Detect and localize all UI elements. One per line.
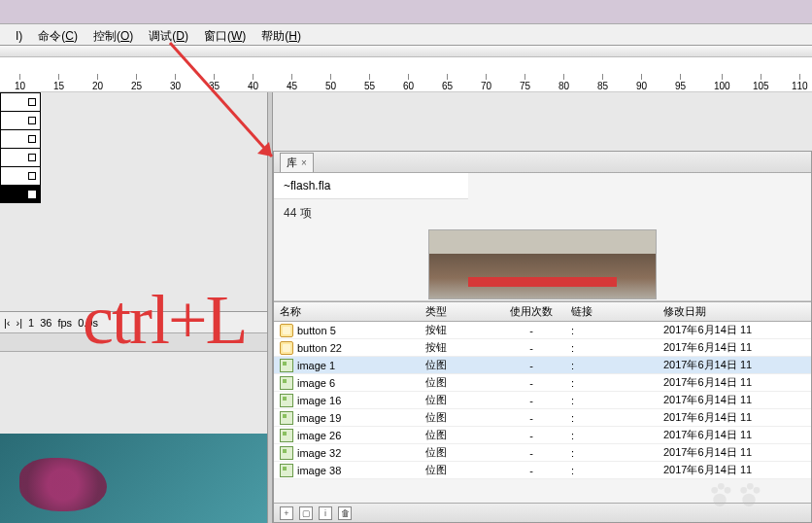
ruler-tick: 35 bbox=[209, 74, 220, 91]
item-name: button 5 bbox=[297, 325, 336, 336]
ruler-tick: 60 bbox=[403, 74, 414, 91]
item-name: image 38 bbox=[297, 465, 341, 476]
item-link: : bbox=[565, 393, 658, 408]
item-link: : bbox=[565, 463, 658, 478]
ruler-tick: 80 bbox=[558, 74, 569, 91]
item-type: 按钮 bbox=[420, 321, 497, 339]
library-table: 名称 类型 使用次数 链接 修改日期 button 5按钮-:2017年6月14… bbox=[274, 301, 811, 479]
ruler-tick: 90 bbox=[636, 74, 647, 91]
layer-column bbox=[0, 92, 41, 203]
item-date: 2017年6月14日 11 bbox=[658, 373, 811, 392]
item-use: - bbox=[497, 393, 565, 408]
item-type: 位图 bbox=[420, 391, 497, 409]
properties-icon[interactable]: i bbox=[319, 506, 332, 520]
ruler-tick: 30 bbox=[170, 74, 181, 91]
timeline-status-bar: |‹ ›| 1 36 fps 0.0s bbox=[0, 311, 267, 332]
library-tab[interactable]: 库 × bbox=[280, 153, 314, 172]
item-name: image 26 bbox=[297, 430, 341, 441]
menu-bar[interactable]: I)命令(C)控制(O)调试(D)窗口(W)帮助(H) bbox=[0, 24, 812, 46]
item-date: 2017年6月14日 11 bbox=[658, 321, 811, 339]
layer-row[interactable] bbox=[0, 166, 41, 185]
bitmap-icon bbox=[280, 464, 293, 477]
library-preview bbox=[274, 227, 811, 301]
item-type: 按钮 bbox=[420, 338, 497, 357]
button-icon bbox=[280, 341, 293, 355]
layer-row[interactable] bbox=[0, 129, 41, 148]
ruler-tick: 65 bbox=[442, 74, 453, 91]
menu-item[interactable]: 帮助(H) bbox=[254, 24, 309, 49]
col-use-header[interactable]: 使用次数 bbox=[497, 302, 565, 321]
layer-row[interactable] bbox=[0, 148, 41, 166]
close-icon[interactable]: × bbox=[301, 157, 307, 168]
ruler-tick: 50 bbox=[325, 74, 336, 91]
library-panel: 库 × ~flash.fla 44 项 名称 类型 使用次数 链接 修改日期 b… bbox=[273, 151, 812, 523]
layer-row[interactable] bbox=[0, 111, 41, 129]
item-use: - bbox=[497, 428, 565, 443]
item-name: image 6 bbox=[297, 377, 335, 389]
item-name: image 16 bbox=[297, 395, 341, 406]
new-symbol-icon[interactable]: + bbox=[280, 506, 293, 520]
table-row[interactable]: image 32位图-:2017年6月14日 11 bbox=[274, 444, 811, 462]
bitmap-icon bbox=[280, 411, 293, 425]
timeline-ruler[interactable]: 1015202530354045505560657075808590951001… bbox=[0, 57, 812, 92]
item-link: : bbox=[565, 340, 658, 356]
table-row[interactable]: image 16位图-:2017年6月14日 11 bbox=[274, 392, 811, 409]
col-date-header[interactable]: 修改日期 bbox=[658, 302, 811, 321]
item-type: 位图 bbox=[420, 356, 497, 374]
ruler-tick: 95 bbox=[675, 74, 686, 91]
item-use: - bbox=[497, 323, 565, 338]
new-folder-icon[interactable]: ▢ bbox=[299, 506, 313, 520]
item-link: : bbox=[565, 428, 658, 443]
table-row[interactable]: image 26位图-:2017年6月14日 11 bbox=[274, 427, 811, 444]
item-use: - bbox=[497, 463, 565, 478]
item-type: 位图 bbox=[420, 408, 497, 427]
preview-thumbnail bbox=[428, 229, 657, 299]
ruler-tick: 20 bbox=[92, 74, 103, 91]
item-use: - bbox=[497, 445, 565, 461]
go-end-icon[interactable]: ›| bbox=[17, 317, 23, 329]
menu-item[interactable]: 窗口(W) bbox=[196, 24, 254, 49]
item-use: - bbox=[497, 340, 565, 356]
ruler-tick: 55 bbox=[364, 74, 375, 91]
panel-drag-bar[interactable] bbox=[0, 332, 267, 352]
item-use: - bbox=[497, 358, 565, 373]
menu-item[interactable]: I) bbox=[8, 25, 30, 47]
table-row[interactable]: image 6位图-:2017年6月14日 11 bbox=[274, 374, 811, 392]
table-row[interactable]: button 22按钮-:2017年6月14日 11 bbox=[274, 339, 811, 357]
current-frame: 1 bbox=[28, 317, 34, 329]
layer-row-selected[interactable] bbox=[0, 185, 41, 203]
col-type-header[interactable]: 类型 bbox=[420, 302, 497, 321]
table-header[interactable]: 名称 类型 使用次数 链接 修改日期 bbox=[274, 302, 811, 322]
go-start-icon[interactable]: |‹ bbox=[4, 317, 11, 329]
item-type: 位图 bbox=[420, 426, 497, 444]
item-link: : bbox=[565, 410, 658, 426]
item-date: 2017年6月14日 11 bbox=[658, 426, 811, 444]
item-use: - bbox=[497, 375, 565, 391]
item-type: 位图 bbox=[420, 443, 497, 462]
table-row[interactable]: image 38位图-:2017年6月14日 11 bbox=[274, 462, 811, 479]
table-row[interactable]: image 1位图-:2017年6月14日 11 bbox=[274, 357, 811, 374]
col-name-header[interactable]: 名称 bbox=[274, 302, 420, 321]
menu-item[interactable]: 命令(C) bbox=[30, 24, 85, 49]
fps-label: fps bbox=[57, 317, 72, 329]
item-use: - bbox=[497, 410, 565, 426]
menu-item[interactable]: 控制(O) bbox=[85, 24, 141, 49]
table-row[interactable]: button 5按钮-:2017年6月14日 11 bbox=[274, 322, 811, 339]
library-tab-bar: 库 × bbox=[274, 152, 811, 173]
fps-value: 36 bbox=[40, 317, 51, 329]
item-name: image 32 bbox=[297, 447, 341, 459]
ruler-tick: 85 bbox=[597, 74, 608, 91]
ruler-tick: 15 bbox=[53, 74, 64, 91]
ruler-tick: 10 bbox=[15, 74, 25, 91]
library-item-count: 44 项 bbox=[274, 199, 811, 227]
table-row[interactable]: image 19位图-:2017年6月14日 11 bbox=[274, 409, 811, 427]
delete-icon[interactable]: 🗑 bbox=[338, 506, 352, 520]
library-document-name[interactable]: ~flash.fla bbox=[274, 173, 468, 199]
layer-row[interactable] bbox=[0, 92, 41, 111]
col-link-header[interactable]: 链接 bbox=[565, 302, 658, 321]
item-link: : bbox=[565, 358, 658, 373]
menu-item[interactable]: 调试(D) bbox=[141, 24, 196, 49]
bitmap-icon bbox=[280, 429, 293, 442]
ruler-tick: 110 bbox=[792, 74, 808, 91]
elapsed-time: 0.0s bbox=[78, 317, 98, 329]
